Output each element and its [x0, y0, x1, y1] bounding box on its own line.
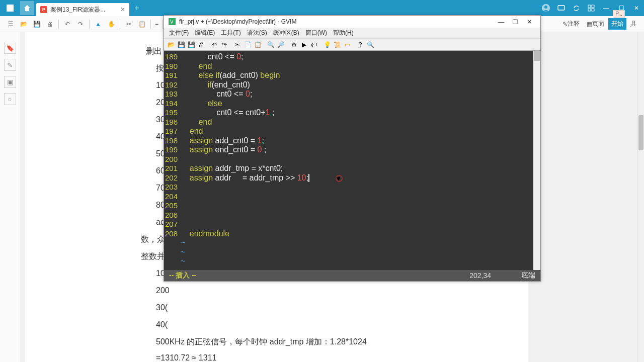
gvim-tb-redo-icon[interactable]: ↷: [220, 40, 229, 49]
cut-icon[interactable]: ✂: [123, 19, 134, 30]
gvim-tb-script-icon[interactable]: 📜: [333, 40, 342, 49]
gvim-menu-window[interactable]: 窗口(W): [302, 29, 330, 37]
gvim-close-button[interactable]: ✕: [522, 17, 536, 27]
pointer-icon[interactable]: ▲: [93, 19, 104, 30]
zoom-out-button[interactable]: −: [153, 21, 160, 28]
gvim-tb-run-icon[interactable]: ▭: [343, 40, 352, 49]
gvim-tb-tags-icon[interactable]: 🏷: [309, 40, 318, 49]
gvim-scroll-pos: 底端: [521, 271, 535, 280]
clipboard-icon[interactable]: 📋: [136, 19, 147, 30]
gvim-toolbar: 📂 💾 💾 🖨 ↶ ↷ ✂ 📄 📋 🔍 🔎 ⚙ ▶ 🏷 💡 📜 ▭ ? 🔍: [164, 39, 540, 51]
left-sidebar: 🔖 ✎ ▣ ○: [0, 32, 20, 362]
app-logo-icon: [3, 1, 17, 15]
cursor-pointer-icon: [336, 175, 343, 182]
gvim-cursor-pos: 202,34: [469, 272, 491, 280]
svg-rect-4: [592, 5, 594, 8]
gvim-tb-help-icon[interactable]: ?: [356, 40, 365, 49]
menu-icon[interactable]: ☰: [5, 19, 16, 30]
gvim-icon: V: [168, 18, 176, 26]
hand-icon[interactable]: ✋: [106, 19, 117, 30]
gvim-menu-syntax[interactable]: 语法(S): [244, 29, 270, 37]
home-button[interactable]: [20, 1, 34, 15]
tab-close-icon[interactable]: ✕: [120, 6, 125, 13]
gvim-menu-help[interactable]: 帮助(H): [330, 29, 357, 37]
close-button[interactable]: ✕: [630, 2, 642, 14]
gvim-tb-print-icon[interactable]: 🖨: [197, 40, 206, 49]
minimize-button[interactable]: —: [600, 2, 612, 14]
gvim-menu-edit[interactable]: 编辑(E): [192, 29, 218, 37]
gvim-tb-paste-icon[interactable]: 📋: [253, 40, 262, 49]
gvim-tb-open-icon[interactable]: 📂: [167, 40, 176, 49]
gvim-tb-cut-icon[interactable]: ✂: [233, 40, 242, 49]
gvim-menubar: 文件(F) 编辑(E) 工具(T) 语法(S) 缓冲区(B) 窗口(W) 帮助(…: [164, 28, 540, 39]
tab-title: 案例13_FIR滤波器...: [50, 6, 105, 14]
svg-text:V: V: [170, 19, 174, 25]
gvim-minimize-button[interactable]: —: [494, 17, 508, 27]
gvim-tb-search-help-icon[interactable]: 🔍: [366, 40, 375, 49]
gvim-scrollbar[interactable]: [533, 51, 540, 270]
new-tab-button[interactable]: +: [134, 4, 139, 13]
gvim-tb-bulb-icon[interactable]: 💡: [323, 40, 332, 49]
undo-icon[interactable]: ↶: [62, 19, 73, 30]
gvim-maximize-button[interactable]: ☐: [508, 17, 522, 27]
gvim-line-numbers: 1891901911921931941951961971981992002012…: [164, 51, 179, 270]
bookmark-icon[interactable]: 🔖: [4, 42, 16, 54]
note-icon[interactable]: ✎: [4, 59, 16, 71]
gvim-menu-file[interactable]: 文件(F): [166, 29, 192, 37]
gvim-tb-save-icon[interactable]: 💾: [177, 40, 186, 49]
redo-icon[interactable]: ↷: [75, 19, 86, 30]
gvim-titlebar[interactable]: V fir_prj.v + (~\Desktop\mdyProject\fir)…: [164, 16, 540, 28]
gvim-menu-tools[interactable]: 工具(T): [218, 29, 244, 37]
start-button[interactable]: 开始: [608, 18, 626, 30]
svg-rect-6: [592, 9, 594, 11]
gvim-title-text: fir_prj.v + (~\Desktop\mdyProject\fir) -…: [179, 18, 296, 25]
gvim-tb-find-icon[interactable]: 🔍: [266, 40, 275, 49]
tools-suffix[interactable]: 具: [627, 19, 639, 29]
svg-rect-3: [588, 5, 591, 8]
gvim-statusbar: -- 插入 -- 202,34 底端: [164, 270, 540, 281]
print-icon[interactable]: 🖨: [44, 19, 55, 30]
gvim-tb-findnext-icon[interactable]: 🔎: [276, 40, 285, 49]
chat-icon[interactable]: [555, 2, 567, 14]
gvim-tb-shell-icon[interactable]: ▶: [299, 40, 308, 49]
gvim-mode: -- 插入 --: [169, 271, 196, 280]
user-icon[interactable]: [540, 2, 552, 14]
scrollbar-thumb[interactable]: [638, 115, 643, 150]
document-tab[interactable]: P 案例13_FIR滤波器... ✕: [36, 3, 129, 16]
gvim-editor[interactable]: 1891901911921931941951961971981992002012…: [164, 51, 540, 270]
gvim-menu-buffers[interactable]: 缓冲区(B): [270, 29, 302, 37]
gvim-code-area[interactable]: cnt0 <= 0; end else if(add_cnt0) begin i…: [179, 51, 540, 270]
annotate-button[interactable]: ✎ 注释: [559, 19, 583, 29]
gvim-tb-saveall-icon[interactable]: 💾: [187, 40, 196, 49]
sync-icon[interactable]: [570, 2, 582, 14]
vertical-scrollbar[interactable]: [637, 32, 644, 362]
pdf-icon: P: [40, 6, 47, 13]
pages-button[interactable]: ▦ 页面: [584, 19, 607, 29]
gvim-window: V fir_prj.v + (~\Desktop\mdyProject\fir)…: [164, 15, 541, 282]
gvim-tb-make-icon[interactable]: ⚙: [289, 40, 298, 49]
open-icon[interactable]: 📂: [18, 19, 29, 30]
gvim-tb-copy-icon[interactable]: 📄: [243, 40, 252, 49]
layers-icon[interactable]: ▣: [4, 76, 16, 88]
save-icon[interactable]: 💾: [31, 19, 42, 30]
svg-rect-5: [588, 9, 591, 11]
svg-rect-2: [558, 6, 565, 10]
notification-badge[interactable]: P...: [613, 10, 625, 18]
gvim-tb-undo-icon[interactable]: ↶: [210, 40, 219, 49]
app-titlebar: P 案例13_FIR滤波器... ✕ + — ☐ ✕ P...: [0, 0, 644, 16]
grid-icon[interactable]: [585, 2, 597, 14]
search-icon[interactable]: ○: [4, 93, 16, 105]
svg-point-1: [544, 6, 547, 9]
gvim-scroll-thumb[interactable]: [534, 51, 540, 61]
